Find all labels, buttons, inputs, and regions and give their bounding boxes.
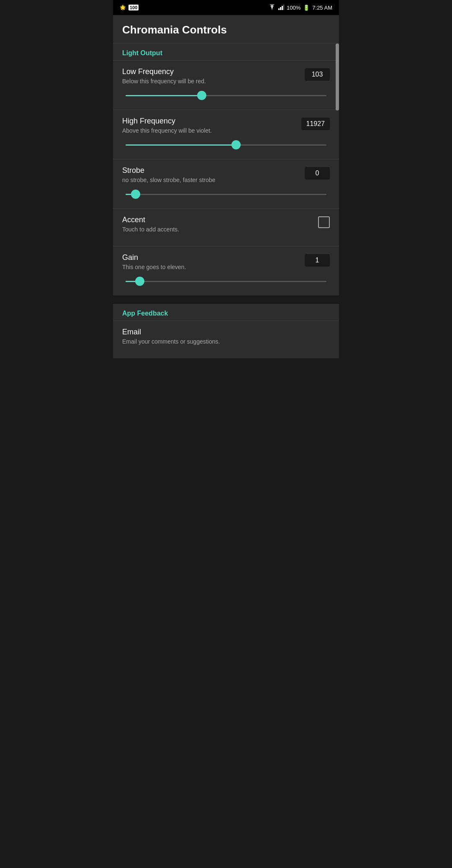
low-frequency-text: Low Frequency Below this frequency will …: [122, 67, 300, 85]
low-frequency-track: [126, 95, 326, 96]
high-frequency-track: [126, 144, 326, 146]
strobe-row: Strobe no strobe, slow strobe, faster st…: [113, 159, 339, 208]
strobe-label: Strobe: [122, 166, 300, 175]
high-frequency-text: High Frequency Above this frequency will…: [122, 117, 296, 134]
strobe-description: no strobe, slow strobe, faster strobe: [122, 177, 300, 183]
high-frequency-description: Above this frequency will be violet.: [122, 127, 296, 134]
app-title: Chromania Controls: [122, 23, 330, 36]
low-frequency-description: Below this frequency will be red.: [122, 78, 300, 85]
high-frequency-row: High Frequency Above this frequency will…: [113, 110, 339, 159]
gain-slider[interactable]: [122, 275, 330, 287]
strobe-value: 0: [305, 167, 330, 180]
accent-row[interactable]: Accent Touch to add accents.: [113, 208, 339, 246]
status-bar-right: 100% 🔋 7:25 AM: [268, 4, 332, 11]
strobe-slider[interactable]: [122, 188, 330, 200]
scrollbar[interactable]: [336, 44, 339, 110]
high-frequency-slider[interactable]: [122, 139, 330, 151]
svg-rect-2: [282, 6, 283, 10]
strobe-track: [126, 194, 326, 195]
strobe-text: Strobe no strobe, slow strobe, faster st…: [122, 166, 300, 183]
accent-label: Accent: [122, 216, 313, 224]
email-row[interactable]: Email Email your comments or suggestions…: [113, 321, 339, 358]
app-header: Chromania Controls: [113, 15, 339, 44]
low-frequency-fill: [126, 95, 202, 96]
accent-text: Accent Touch to add accents.: [122, 216, 313, 233]
status-bar: 🌟 100 100% 🔋 7:25 AM: [113, 0, 339, 15]
time: 7:25 AM: [312, 5, 332, 11]
low-frequency-slider[interactable]: [122, 90, 330, 101]
svg-rect-3: [283, 5, 284, 10]
gain-description: This one goes to eleven.: [122, 264, 300, 270]
app-feedback-title: App Feedback: [122, 310, 168, 317]
light-output-section-header: Light Output: [113, 44, 339, 60]
status-bar-left: 🌟 100: [120, 5, 139, 10]
app-feedback-section-header: App Feedback: [113, 304, 339, 321]
signal-icon: [278, 4, 284, 11]
high-frequency-label: High Frequency: [122, 117, 296, 126]
gain-text: Gain This one goes to eleven.: [122, 253, 300, 270]
battery-percentage: 100%: [287, 5, 300, 11]
svg-rect-0: [278, 8, 280, 10]
light-output-title: Light Output: [122, 49, 162, 56]
email-text: Email Email your comments or suggestions…: [122, 328, 330, 345]
high-frequency-fill: [126, 144, 236, 146]
app-feedback-section: App Feedback Email Email your comments o…: [113, 304, 339, 358]
strobe-thumb[interactable]: [131, 190, 140, 199]
brightness-icon: 🌟: [120, 5, 126, 10]
accent-description: Touch to add accents.: [122, 226, 313, 233]
svg-rect-1: [280, 7, 281, 10]
low-frequency-value: 103: [305, 68, 330, 81]
gain-thumb[interactable]: [135, 277, 144, 286]
low-frequency-thumb[interactable]: [197, 91, 206, 100]
gain-value: 1: [305, 254, 330, 267]
low-frequency-row: Low Frequency Below this frequency will …: [113, 60, 339, 110]
low-frequency-label: Low Frequency: [122, 67, 300, 76]
email-label: Email: [122, 328, 330, 336]
gain-label: Gain: [122, 253, 300, 262]
accent-checkbox[interactable]: [318, 216, 330, 228]
email-description: Email your comments or suggestions.: [122, 338, 330, 345]
gain-track: [126, 281, 326, 282]
battery-100-icon: 100: [128, 5, 139, 10]
high-frequency-thumb[interactable]: [231, 140, 241, 149]
battery-icon: 🔋: [303, 5, 310, 11]
high-frequency-value: 11927: [301, 118, 330, 130]
content-wrapper: Light Output Low Frequency Below this fr…: [113, 44, 339, 358]
wifi-icon: [268, 4, 276, 11]
gain-row: Gain This one goes to eleven. 1: [113, 246, 339, 295]
